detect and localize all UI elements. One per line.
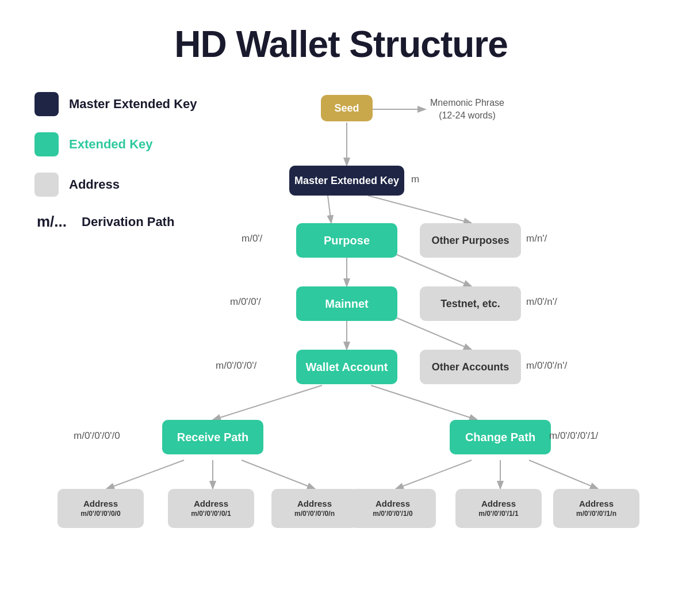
- diagram: Seed Mnemonic Phrase(12-24 words) Master…: [0, 81, 682, 610]
- svg-line-17: [529, 460, 598, 489]
- address-node-1: Address m/0'/0'/0'/0/1: [168, 489, 254, 528]
- svg-line-14: [242, 460, 315, 489]
- other-accounts-node: Other Accounts: [420, 350, 521, 384]
- diagram-lines: [0, 81, 682, 610]
- other-accounts-path-label: m/0'/0'/n'/: [526, 360, 567, 372]
- address-node-3: Address m/0'/0'/0'/1/0: [350, 489, 436, 528]
- change-path-node: Change Path: [450, 420, 551, 454]
- testnet-path-label: m/0'/n'/: [526, 296, 557, 308]
- svg-line-4: [328, 196, 331, 223]
- svg-line-5: [368, 196, 472, 223]
- svg-line-15: [396, 460, 472, 489]
- other-purposes-node: Other Purposes: [420, 223, 521, 258]
- receive-path-node: Receive Path: [162, 420, 263, 454]
- testnet-node: Testnet, etc.: [420, 286, 521, 321]
- svg-line-10: [213, 385, 322, 420]
- page-title: HD Wallet Structure: [0, 0, 682, 83]
- other-purposes-path-label: m/n'/: [526, 233, 547, 244]
- address-node-2: Address m/0'/0'/0'/0/n: [271, 489, 358, 528]
- wallet-account-path-label: m/0'/0'/0'/: [216, 360, 256, 372]
- purpose-node: Purpose: [296, 223, 397, 258]
- master-path-label: m: [411, 174, 419, 185]
- address-node-0: Address m/0'/0'/0'/0/0: [58, 489, 144, 528]
- mainnet-path-label: m/0'/0'/: [230, 296, 261, 308]
- change-path-label: m/0'/0'/0'/1/: [549, 430, 598, 442]
- svg-line-12: [106, 460, 184, 489]
- receive-path-label: m/0'/0'/0'/0: [74, 430, 120, 442]
- mnemonic-label: Mnemonic Phrase(12-24 words): [430, 97, 504, 123]
- seed-node: Seed: [321, 95, 373, 121]
- svg-line-11: [371, 385, 477, 420]
- wallet-account-node: Wallet Account: [296, 350, 397, 384]
- address-node-5: Address m/0'/0'/0'/1/n: [553, 489, 639, 528]
- purpose-path-label: m/0'/: [242, 233, 262, 244]
- address-node-4: Address m/0'/0'/0'/1/1: [455, 489, 542, 528]
- master-node: Master Extended Key: [289, 166, 404, 196]
- mainnet-node: Mainnet: [296, 286, 397, 321]
